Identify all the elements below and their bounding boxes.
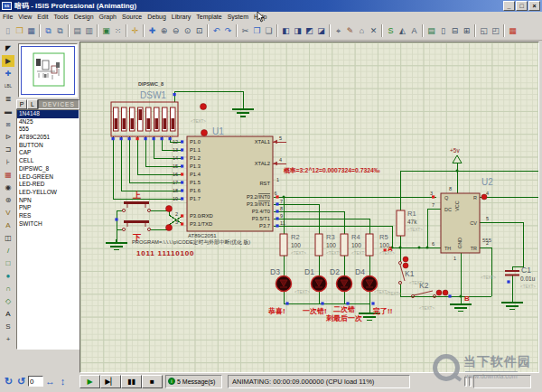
junction-dot-icon[interactable]: ✚ xyxy=(2,68,14,79)
gfx-arc-icon[interactable]: ∩ xyxy=(2,283,14,294)
menu-library[interactable]: Library xyxy=(169,14,193,20)
r1-resistor[interactable] xyxy=(397,210,405,236)
origin-icon[interactable]: ✛ xyxy=(129,23,141,38)
terminal-icon[interactable]: ⊐ xyxy=(2,144,14,155)
selection-mode-icon[interactable]: ◤ xyxy=(2,42,14,54)
device-item-switch[interactable]: SWITCH xyxy=(17,220,79,229)
mirror-v-icon[interactable]: ↕ xyxy=(57,376,69,387)
new-file-icon[interactable]: ▯ xyxy=(2,23,14,38)
device-item-dipswc_8[interactable]: DIPSWC_8 xyxy=(17,165,79,173)
generator-icon[interactable]: ⊛ xyxy=(2,194,14,206)
c1-capacitor[interactable] xyxy=(505,270,519,276)
bus-icon[interactable]: ▬ xyxy=(2,106,14,117)
zoom-area-icon[interactable]: ⊡ xyxy=(193,23,205,38)
gfx-symbol-icon[interactable]: S xyxy=(2,321,14,332)
device-pin-icon[interactable]: ⊦ xyxy=(2,156,14,168)
mirror-h-icon[interactable]: ↔ xyxy=(44,376,56,387)
block-move-icon[interactable]: ◨ xyxy=(292,23,304,38)
current-probe-icon[interactable]: A xyxy=(2,219,14,231)
undo-icon[interactable]: ↶ xyxy=(210,23,222,38)
gfx-box-icon[interactable]: □ xyxy=(2,257,14,269)
step-button[interactable]: ▶▏ xyxy=(100,375,121,388)
device-icon[interactable]: ⊳ xyxy=(2,131,14,143)
zoom-out-icon[interactable]: ⊖ xyxy=(170,23,182,38)
device-item-at89c2051[interactable]: AT89C2051 xyxy=(17,134,79,142)
stop-button[interactable]: ■ xyxy=(142,375,163,388)
pan-icon[interactable]: ✚ xyxy=(146,23,158,38)
rotate-ccw-icon[interactable]: ↺ xyxy=(15,376,27,387)
text-script-icon[interactable]: ≣ xyxy=(2,93,14,105)
tape-recorder-icon[interactable]: ◉ xyxy=(2,182,14,193)
graph-mode-icon[interactable]: ▦ xyxy=(2,169,14,181)
search-tag-icon[interactable]: ◭ xyxy=(397,23,408,38)
gfx-text-icon[interactable]: A xyxy=(2,308,14,320)
zoom-in-icon[interactable]: ⊕ xyxy=(158,23,170,38)
device-item-555[interactable]: 555 xyxy=(17,126,79,134)
export-icon[interactable]: ⧉ xyxy=(54,23,66,38)
remove-sheet-icon[interactable]: ⊟ xyxy=(449,23,461,38)
zoom-all-icon[interactable]: ⊙ xyxy=(182,23,193,38)
subcircuit-icon[interactable]: ⧈ xyxy=(2,118,14,130)
new-sheet-icon[interactable]: ▯ xyxy=(437,23,449,38)
menu-edit[interactable]: Edit xyxy=(34,14,51,20)
device-item-pnp[interactable]: PNP xyxy=(17,204,79,212)
block-delete-icon[interactable]: ◪ xyxy=(315,23,327,38)
menu-view[interactable]: View xyxy=(15,14,34,20)
r5-resistor[interactable] xyxy=(366,234,373,256)
design-explorer-icon[interactable]: ▤ xyxy=(425,23,437,38)
menu-tools[interactable]: Tools xyxy=(51,14,70,20)
cut-icon[interactable]: ✂ xyxy=(239,23,251,38)
copy-icon[interactable]: ❐ xyxy=(251,23,263,38)
import-icon[interactable]: ⧉ xyxy=(42,23,54,38)
make-device-icon[interactable]: ✎ xyxy=(344,23,356,38)
wire-autoroute-icon[interactable]: S xyxy=(385,23,397,38)
title-bar[interactable]: ss 暗码 - ISIS Professional (Animating) _ … xyxy=(0,0,542,12)
menu-debug[interactable]: Debug xyxy=(145,14,169,20)
decompose-icon[interactable]: ✕ xyxy=(368,23,379,38)
save-icon[interactable]: ▦ xyxy=(25,23,37,38)
schematic-canvas[interactable]: DIPSWC_8 DSW1 U1 U2 P1.0 P1.1 P1.2 P1.3 … xyxy=(79,42,539,373)
rotate-angle-input[interactable] xyxy=(28,376,43,387)
property-assign-icon[interactable]: A xyxy=(408,23,420,38)
redo-icon[interactable]: ↷ xyxy=(222,23,234,38)
redraw-icon[interactable]: ▣ xyxy=(100,23,112,38)
menu-template[interactable]: Template xyxy=(193,14,224,20)
minimize-button[interactable]: _ xyxy=(503,1,515,11)
close-button[interactable]: × xyxy=(528,1,540,11)
grid-icon[interactable]: ⁙ xyxy=(112,23,124,38)
r2-resistor[interactable] xyxy=(280,234,287,256)
component-mode-icon[interactable]: ▶ xyxy=(2,55,14,67)
gfx-path-icon[interactable]: ◇ xyxy=(2,295,14,307)
button-down[interactable] xyxy=(122,220,150,231)
packaging-icon[interactable]: ⌂ xyxy=(356,23,368,38)
menu-system[interactable]: System xyxy=(225,14,251,20)
goto-sheet-icon[interactable]: ⊞ xyxy=(461,23,472,38)
menu-source[interactable]: Source xyxy=(119,14,145,20)
zoom-parent-icon[interactable]: ◰ xyxy=(490,23,501,38)
button-up[interactable] xyxy=(122,201,150,212)
r4-resistor[interactable] xyxy=(341,234,348,256)
device-item-led-red[interactable]: LED-RED xyxy=(17,181,79,189)
wire-label-icon[interactable]: LBL xyxy=(2,80,14,92)
device-item-button[interactable]: BUTTON xyxy=(17,142,79,150)
dsw1-dip-switch[interactable] xyxy=(111,102,178,136)
erc-icon[interactable]: ▦ xyxy=(507,23,519,38)
r3-resistor[interactable] xyxy=(315,234,322,256)
device-item-1n4148[interactable]: 1N4148 xyxy=(17,110,79,118)
vsm-instrument-icon[interactable]: ◫ xyxy=(2,232,14,244)
message-box[interactable]: i 5 Message(s) xyxy=(165,375,222,388)
device-item-npn[interactable]: NPN xyxy=(17,197,79,205)
overview-window[interactable] xyxy=(18,43,78,98)
device-item-res[interactable]: RES xyxy=(17,212,79,220)
device-item-cap[interactable]: CAP xyxy=(17,149,79,157)
open-folder-icon[interactable]: ❒ xyxy=(14,23,25,38)
device-item-4n25[interactable]: 4N25 xyxy=(17,118,79,126)
rotate-cw-icon[interactable]: ↻ xyxy=(3,376,14,387)
gfx-marker-icon[interactable]: + xyxy=(2,333,14,345)
device-item-led-green[interactable]: LED-GREEN xyxy=(17,173,79,182)
print-icon[interactable]: ▤ xyxy=(71,23,83,38)
gfx-line-icon[interactable]: / xyxy=(2,245,14,257)
device-item-led-yellow[interactable]: LED-YELLOW xyxy=(17,189,79,197)
menu-design[interactable]: Design xyxy=(71,14,97,20)
block-rotate-icon[interactable]: ◩ xyxy=(304,23,315,38)
